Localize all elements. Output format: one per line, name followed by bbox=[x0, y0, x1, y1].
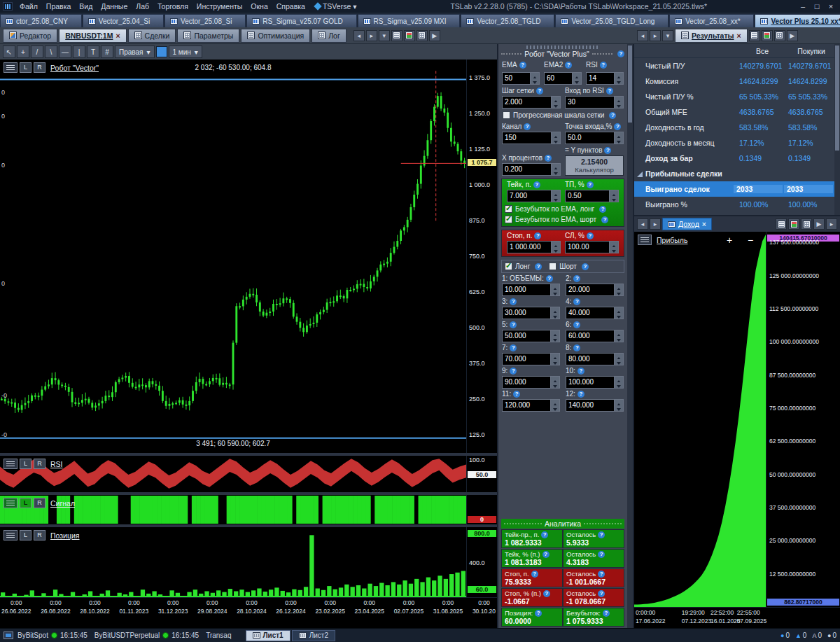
volume-spinner[interactable]: 40.000 bbox=[566, 307, 624, 319]
chart-tool-button[interactable]: \ bbox=[45, 46, 57, 58]
sl-spinner[interactable]: 100.00 bbox=[565, 241, 619, 253]
panel-menu-icon[interactable] bbox=[638, 235, 652, 245]
step-icon[interactable]: ▸ bbox=[826, 218, 837, 230]
info-icon[interactable] bbox=[510, 298, 517, 305]
play-icon[interactable]: ▶ bbox=[787, 30, 798, 41]
take-spinner[interactable]: 7.000 bbox=[507, 190, 561, 202]
play-icon[interactable]: ▶ bbox=[813, 218, 825, 230]
panel-menu-icon[interactable] bbox=[4, 530, 18, 540]
left-axis-button[interactable]: L bbox=[20, 498, 31, 508]
info-icon[interactable] bbox=[601, 216, 608, 223]
scrollbar[interactable] bbox=[627, 44, 633, 628]
view-tab[interactable]: Оптимизация bbox=[241, 29, 310, 43]
info-icon[interactable] bbox=[587, 181, 594, 188]
info-icon[interactable] bbox=[543, 590, 550, 597]
results-dropdown-icon[interactable]: ▾ bbox=[662, 30, 673, 41]
info-icon[interactable] bbox=[541, 531, 548, 538]
results-row[interactable]: Чистый П/У % 65 505.33% 65 505.33% bbox=[634, 89, 834, 104]
workspace-tab[interactable]: ctor_25.08_CNY × bbox=[0, 14, 82, 27]
menu-item[interactable]: Данные bbox=[97, 1, 132, 11]
axis-dropdown[interactable]: Правая ▾ bbox=[115, 46, 155, 58]
workspace-tab[interactable]: Vector_25.08_xx* × bbox=[669, 14, 754, 27]
view-tab[interactable]: Параметры bbox=[177, 29, 239, 43]
tab-close-icon[interactable]: × bbox=[115, 32, 120, 40]
color-swatch[interactable] bbox=[156, 46, 167, 57]
info-icon[interactable] bbox=[606, 88, 613, 95]
info-icon[interactable] bbox=[536, 88, 543, 95]
info-icon[interactable] bbox=[587, 232, 594, 239]
workspace-tab[interactable]: Vector_25.04_Si × bbox=[83, 14, 164, 27]
workspace-tab[interactable]: Vector_25.08_TGLD × bbox=[461, 14, 554, 27]
results-row[interactable]: Доходность в месяц 17.12% 17.12% bbox=[634, 135, 834, 151]
status-counter[interactable]: A 0 bbox=[812, 631, 822, 639]
entry-point-spinner[interactable]: 50.0 bbox=[565, 132, 624, 144]
volume-spinner[interactable]: 20.000 bbox=[566, 284, 624, 296]
workspace-tab[interactable]: Vector_25.08_TGLD_Long × bbox=[555, 14, 668, 27]
signal-panel[interactable]: L R Сигнал 0 bbox=[0, 495, 497, 524]
info-icon[interactable] bbox=[614, 123, 621, 130]
info-icon[interactable] bbox=[545, 155, 552, 162]
scrollbar-thumb[interactable] bbox=[835, 46, 839, 151]
panel-menu-icon[interactable] bbox=[4, 459, 18, 469]
run-icon[interactable]: ▶ bbox=[429, 30, 440, 41]
left-axis-button[interactable]: L bbox=[20, 62, 31, 73]
info-icon[interactable] bbox=[535, 610, 542, 617]
price-plot[interactable] bbox=[0, 60, 466, 453]
price-chart-panel[interactable]: L R Робот "Vector" 2 032; -60 530.00; 60… bbox=[0, 60, 497, 453]
right-axis-button[interactable]: R bbox=[34, 498, 46, 508]
stop-spinner[interactable]: 1 000.000 bbox=[507, 241, 561, 253]
right-axis-button[interactable]: R bbox=[34, 62, 46, 73]
volume-spinner[interactable]: 90.000 bbox=[502, 376, 560, 389]
copy-icon[interactable] bbox=[749, 30, 760, 41]
print-icon[interactable] bbox=[416, 30, 428, 41]
nav-forward-icon[interactable]: ▸ bbox=[366, 30, 377, 41]
minimize-button[interactable]: – bbox=[797, 1, 809, 12]
results-row[interactable]: Комиссия 14624.8299 14624.8299 bbox=[634, 74, 834, 89]
panel-menu-icon[interactable] bbox=[4, 62, 18, 73]
chart-tool-button[interactable]: + bbox=[17, 46, 29, 58]
info-icon[interactable] bbox=[598, 551, 605, 558]
long-checkbox[interactable] bbox=[505, 263, 512, 270]
rsi-panel[interactable]: L R RSI 100.0 50.0 bbox=[0, 456, 497, 492]
status-counter[interactable]: ● 0 bbox=[780, 631, 790, 639]
volume-spinner[interactable]: 80.000 bbox=[566, 353, 624, 365]
workspace-tab[interactable]: Vector Plus 25.10 xx* × bbox=[755, 14, 840, 27]
info-icon[interactable] bbox=[598, 531, 605, 538]
view-tab[interactable]: Лог bbox=[312, 29, 346, 43]
breakeven-long-checkbox[interactable] bbox=[505, 205, 512, 213]
x-percent-spinner[interactable]: 0.200 bbox=[502, 163, 561, 176]
info-icon[interactable] bbox=[519, 62, 526, 69]
right-axis-button[interactable]: R bbox=[34, 459, 46, 469]
tab-close-icon[interactable]: × bbox=[702, 220, 706, 228]
results-forward-icon[interactable]: ▸ bbox=[650, 30, 661, 41]
nav-back-icon[interactable]: ◂ bbox=[354, 30, 365, 41]
save-icon[interactable] bbox=[391, 30, 402, 41]
tab-close-icon[interactable]: × bbox=[737, 32, 741, 40]
tp-spinner[interactable]: 0.50 bbox=[565, 190, 619, 202]
connection-status[interactable]: Transaq bbox=[206, 631, 234, 639]
menu-item[interactable]: Файл bbox=[15, 1, 42, 11]
info-icon[interactable] bbox=[510, 344, 517, 351]
info-icon[interactable] bbox=[598, 590, 605, 597]
breakeven-short-checkbox[interactable] bbox=[505, 216, 512, 223]
workspace-tab[interactable]: RS_Sigma_v25.07 GOLD × bbox=[246, 14, 356, 27]
results-row[interactable]: Доход за бар 0.1349 0.1349 bbox=[634, 151, 834, 166]
position-panel[interactable]: L R Позиция 800.0 400.0 60.0 bbox=[0, 527, 497, 597]
tab-equity[interactable]: Доход × bbox=[662, 218, 712, 230]
results-row[interactable]: Прибыльные сделки bbox=[634, 166, 834, 181]
results-row[interactable]: Чистый П/У 140279.6701 140279.6701 bbox=[634, 58, 834, 74]
view-tab[interactable]: Сделки bbox=[128, 29, 176, 43]
tab-chart-document[interactable]: BNBUSDT:1M × bbox=[59, 29, 126, 43]
menu-item[interactable]: Торговля bbox=[153, 1, 192, 11]
info-icon[interactable] bbox=[600, 62, 607, 69]
right-axis-button[interactable]: R bbox=[34, 530, 46, 540]
info-icon[interactable] bbox=[604, 147, 611, 154]
info-icon[interactable] bbox=[510, 321, 517, 328]
scrollbar-thumb[interactable] bbox=[628, 46, 632, 123]
left-axis-button[interactable]: L bbox=[20, 459, 31, 469]
equity-forward-icon[interactable]: ▸ bbox=[650, 218, 661, 230]
chart-tool-button[interactable]: — bbox=[59, 46, 71, 58]
info-icon[interactable] bbox=[573, 275, 580, 282]
equity-chart-panel[interactable]: Прибыль + − 140415.67010000 862.80717000… bbox=[634, 232, 840, 607]
status-counter[interactable]: ● 0 bbox=[827, 631, 836, 639]
